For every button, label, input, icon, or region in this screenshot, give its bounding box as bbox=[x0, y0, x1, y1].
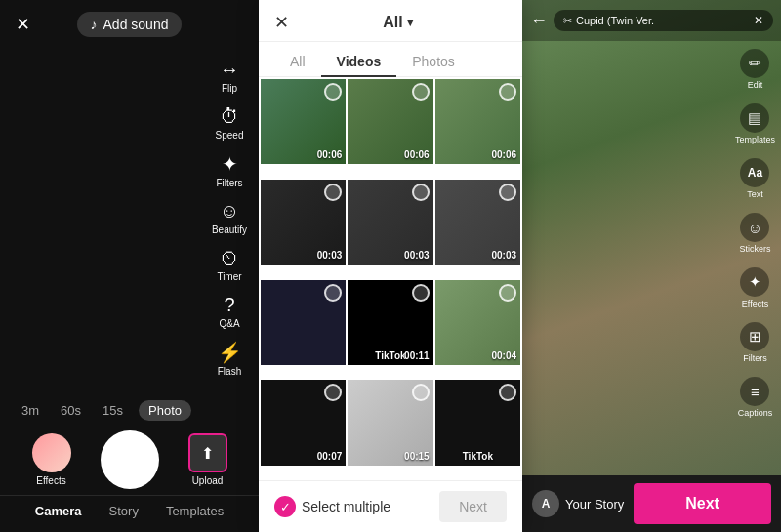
tool-flash[interactable]: ⚡ Flash bbox=[205, 335, 254, 383]
tiktok-watermark-2: TikTok bbox=[463, 451, 493, 462]
nav-tabs-left: Camera Story Templates bbox=[0, 495, 259, 524]
effects-item[interactable]: Effects bbox=[32, 433, 71, 486]
tool-beautify-label: Beautify bbox=[212, 225, 247, 235]
stickers-icon: ☺ bbox=[740, 213, 769, 242]
media-select-circle bbox=[499, 384, 516, 401]
right-tool-filters-label: Filters bbox=[743, 353, 767, 363]
tool-qa[interactable]: ? Q&A bbox=[205, 288, 254, 335]
media-select-circle bbox=[324, 184, 342, 201]
media-select-circle bbox=[499, 184, 516, 201]
media-item[interactable]: 00:03 bbox=[435, 180, 520, 265]
capture-button[interactable] bbox=[101, 430, 159, 489]
media-item[interactable]: 00:07 bbox=[261, 380, 346, 465]
right-tool-effects[interactable]: ✦ Effects bbox=[735, 267, 775, 308]
right-tools-bar: ✏ Edit ▤ Templates Aa Text ☺ Stickers ✦ … bbox=[735, 49, 775, 418]
duration-15s[interactable]: 15s bbox=[97, 400, 129, 421]
right-top-bar: ← ✂ Cupid (Twin Ver. ✕ bbox=[522, 0, 781, 41]
media-item[interactable]: 00:03 bbox=[261, 180, 346, 265]
picker-tabs: All Videos Photos bbox=[259, 42, 522, 77]
tool-flip-label: Flip bbox=[222, 83, 237, 94]
tool-flip[interactable]: ↔ Flip bbox=[205, 53, 254, 100]
media-select-circle bbox=[412, 184, 430, 201]
tool-filters[interactable]: ✦ Filters bbox=[205, 146, 254, 194]
picker-close-button[interactable]: ✕ bbox=[274, 12, 289, 33]
flash-icon: ⚡ bbox=[218, 341, 242, 364]
back-button[interactable]: ← bbox=[530, 11, 548, 31]
tab-videos[interactable]: Videos bbox=[321, 48, 397, 77]
media-item[interactable]: TikTok 00:11 bbox=[348, 280, 432, 365]
media-item[interactable]: 00:06 bbox=[348, 79, 432, 164]
tab-all[interactable]: All bbox=[274, 48, 321, 77]
avatar: A bbox=[532, 490, 559, 517]
media-item[interactable] bbox=[261, 280, 346, 365]
media-picker-panel: ✕ All ▾ All Videos Photos 00:06 00:06 00… bbox=[259, 0, 522, 532]
your-story-button[interactable]: A Your Story bbox=[532, 490, 624, 517]
duration-60s[interactable]: 60s bbox=[55, 400, 87, 421]
media-select-circle bbox=[324, 83, 342, 101]
media-item[interactable]: 00:06 bbox=[435, 79, 520, 164]
bottom-bar: 3m 60s 15s Photo Effects ⬆ Upload Camera… bbox=[0, 396, 259, 532]
tiktok-watermark: TikTok bbox=[375, 350, 405, 361]
captions-icon: ≡ bbox=[740, 377, 769, 406]
right-panel: ← ✂ Cupid (Twin Ver. ✕ ✏ Edit ▤ Template… bbox=[522, 0, 781, 532]
media-item[interactable]: 00:06 bbox=[261, 79, 346, 164]
nav-tab-templates[interactable]: Templates bbox=[162, 502, 227, 520]
media-duration: 00:06 bbox=[317, 149, 343, 160]
duration-3m[interactable]: 3m bbox=[16, 400, 45, 421]
media-item[interactable]: TikTok bbox=[435, 380, 520, 465]
right-tool-filters[interactable]: ⊞ Filters bbox=[735, 322, 775, 363]
right-preview: ✏ Edit ▤ Templates Aa Text ☺ Stickers ✦ … bbox=[522, 0, 781, 475]
timer-icon: ⏲ bbox=[220, 247, 239, 269]
media-select-circle bbox=[499, 83, 516, 101]
beautify-icon: ☺ bbox=[220, 200, 239, 223]
media-select-circle bbox=[324, 284, 342, 302]
tool-timer[interactable]: ⏲ Timer bbox=[205, 241, 254, 288]
media-item[interactable]: 00:04 bbox=[435, 280, 520, 365]
select-multiple-button[interactable]: ✓ Select multiple bbox=[274, 496, 390, 517]
speed-icon: ⏱ bbox=[220, 105, 239, 128]
picker-footer: ✓ Select multiple Next bbox=[259, 480, 522, 532]
right-tool-templates[interactable]: ▤ Templates bbox=[735, 103, 775, 144]
right-tool-stickers[interactable]: ☺ Stickers bbox=[735, 213, 775, 254]
picker-title-text: All bbox=[383, 14, 402, 31]
media-select-circle bbox=[324, 384, 342, 401]
flip-icon: ↔ bbox=[220, 59, 239, 81]
media-duration: 00:15 bbox=[404, 451, 430, 462]
left-top-bar: ✕ ♪ Add sound bbox=[0, 0, 259, 49]
effects-icon: ✦ bbox=[740, 267, 769, 297]
media-duration: 00:03 bbox=[317, 250, 343, 261]
duration-photo[interactable]: Photo bbox=[139, 400, 191, 421]
tool-beautify[interactable]: ☺ Beautify bbox=[205, 194, 254, 241]
tool-timer-label: Timer bbox=[217, 271, 241, 282]
right-tool-text[interactable]: Aa Text bbox=[735, 158, 775, 199]
check-circle-icon: ✓ bbox=[274, 496, 296, 517]
sound-close-button[interactable]: ✕ bbox=[754, 14, 763, 27]
your-story-label: Your Story bbox=[565, 497, 624, 512]
media-item[interactable]: 00:15 bbox=[348, 380, 432, 465]
left-panel: ✕ ♪ Add sound ↔ Flip ⏱ Speed ✦ Filters ☺… bbox=[0, 0, 259, 532]
picker-next-button[interactable]: Next bbox=[439, 491, 507, 522]
picker-header: ✕ All ▾ bbox=[259, 0, 522, 42]
close-button-left[interactable]: ✕ bbox=[16, 14, 30, 35]
media-item[interactable]: 00:03 bbox=[348, 180, 432, 265]
media-duration: 00:04 bbox=[491, 350, 516, 361]
tool-speed[interactable]: ⏱ Speed bbox=[205, 100, 254, 146]
filters-icon: ✦ bbox=[222, 152, 238, 176]
add-sound-button[interactable]: ♪ Add sound bbox=[77, 12, 183, 37]
nav-tab-camera[interactable]: Camera bbox=[31, 502, 86, 520]
media-duration: 00:07 bbox=[317, 451, 343, 462]
tab-photos[interactable]: Photos bbox=[396, 48, 471, 77]
tool-qa-label: Q&A bbox=[219, 318, 239, 329]
upload-button[interactable]: ⬆ Upload bbox=[188, 433, 227, 486]
add-sound-label: Add sound bbox=[103, 17, 169, 32]
right-tool-captions[interactable]: ≡ Captions bbox=[735, 377, 775, 418]
nav-tab-story[interactable]: Story bbox=[105, 502, 143, 520]
right-tool-edit[interactable]: ✏ Edit bbox=[735, 49, 775, 90]
media-duration: 00:03 bbox=[491, 250, 516, 261]
media-select-circle bbox=[412, 83, 430, 101]
sound-tag: ✂ Cupid (Twin Ver. ✕ bbox=[554, 10, 773, 31]
right-tool-text-label: Text bbox=[747, 189, 763, 199]
picker-title-button[interactable]: All ▾ bbox=[383, 14, 412, 31]
right-tool-stickers-label: Stickers bbox=[739, 244, 770, 254]
next-button[interactable]: Next bbox=[634, 483, 771, 524]
